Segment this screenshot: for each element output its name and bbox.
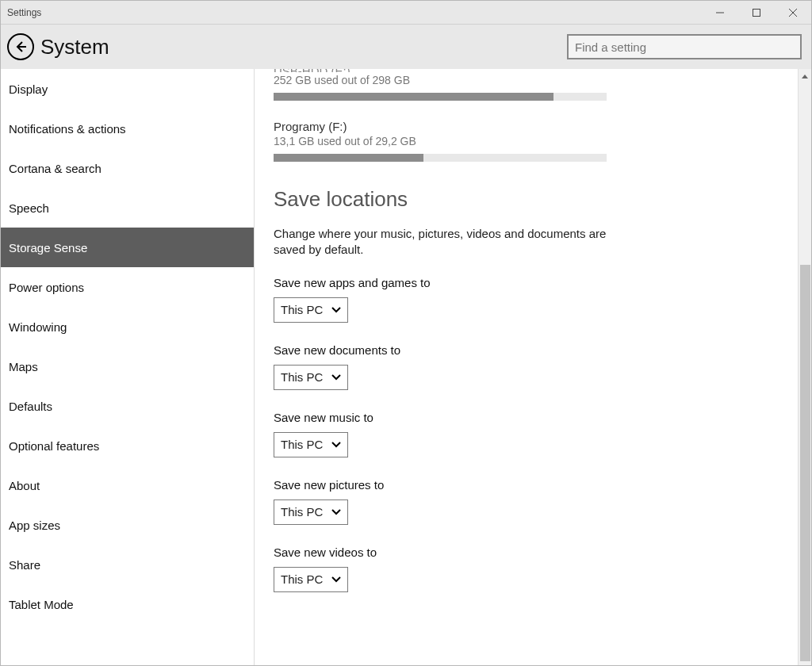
sidebar-item-speech[interactable]: Speech xyxy=(1,188,254,228)
settings-window: Settings System Display Notifications & … xyxy=(0,0,812,666)
scroll-thumb[interactable] xyxy=(800,265,810,661)
save-locations-heading: Save locations xyxy=(274,187,782,212)
chevron-down-icon xyxy=(331,374,341,381)
vertical-scrollbar[interactable] xyxy=(798,69,811,665)
save-music-select[interactable]: This PC xyxy=(274,432,348,457)
window-title: Settings xyxy=(1,7,41,18)
scroll-track[interactable] xyxy=(799,82,811,652)
sidebar-item-share[interactable]: Share xyxy=(1,545,254,584)
maximize-button[interactable] xyxy=(738,1,775,25)
sidebar-item-display[interactable]: Display xyxy=(1,69,254,109)
select-value: This PC xyxy=(281,438,323,451)
sidebar-item-label: App sizes xyxy=(9,519,60,532)
chevron-down-icon xyxy=(331,576,341,583)
sidebar-item-label: Share xyxy=(9,558,40,572)
select-value: This PC xyxy=(281,505,323,519)
save-music-block: Save new music to This PC xyxy=(274,411,782,457)
chevron-down-icon xyxy=(331,307,341,313)
sidebar-item-app-sizes[interactable]: App sizes xyxy=(1,505,254,545)
body: Display Notifications & actions Cortana … xyxy=(1,69,811,665)
save-pictures-label: Save new pictures to xyxy=(274,478,782,492)
sidebar-item-label: Power options xyxy=(9,281,84,294)
svg-rect-0 xyxy=(753,9,760,16)
scroll-up-button[interactable] xyxy=(799,69,812,82)
sidebar-item-label: Optional features xyxy=(9,439,99,453)
sidebar-item-windowing[interactable]: Windowing xyxy=(1,307,254,346)
save-music-label: Save new music to xyxy=(274,411,782,424)
title-bar: Settings xyxy=(1,1,811,25)
select-value: This PC xyxy=(281,572,323,586)
sidebar-item-label: Speech xyxy=(9,201,49,215)
drive-bar-fill xyxy=(274,154,423,162)
sidebar-item-label: About xyxy=(9,479,40,492)
save-pictures-block: Save new pictures to This PC xyxy=(274,478,782,525)
sidebar-item-defaults[interactable]: Defaults xyxy=(1,386,254,426)
close-button[interactable] xyxy=(775,1,811,25)
sidebar-item-notifications[interactable]: Notifications & actions xyxy=(1,109,254,148)
save-apps-block: Save new apps and games to This PC xyxy=(274,276,782,323)
drive-usage: 13,1 GB used out of 29,2 GB xyxy=(274,135,782,147)
sidebar-item-about[interactable]: About xyxy=(1,465,254,505)
drive-name: Programy (F:) xyxy=(274,120,782,133)
save-documents-select[interactable]: This PC xyxy=(274,365,348,390)
save-videos-select[interactable]: This PC xyxy=(274,567,348,592)
sidebar: Display Notifications & actions Cortana … xyxy=(1,69,255,665)
sidebar-item-storage-sense[interactable]: Storage Sense xyxy=(1,228,254,267)
sidebar-item-label: Display xyxy=(9,82,48,96)
save-apps-select[interactable]: This PC xyxy=(274,297,348,323)
save-documents-block: Save new documents to This PC xyxy=(274,343,782,390)
sidebar-item-label: Defaults xyxy=(9,400,52,413)
save-pictures-select[interactable]: This PC xyxy=(274,500,348,525)
storage-drive[interactable]: Programy (F:) 13,1 GB used out of 29,2 G… xyxy=(274,120,782,162)
sidebar-item-label: Tablet Mode xyxy=(9,598,74,611)
header: System xyxy=(1,25,811,69)
drive-bar xyxy=(274,93,607,101)
save-videos-label: Save new videos to xyxy=(274,545,782,559)
content: USB-HDD (E:) 252 GB used out of 298 GB P… xyxy=(255,69,798,665)
save-locations-description: Change where your music, pictures, video… xyxy=(274,226,638,258)
select-value: This PC xyxy=(281,370,323,384)
drive-bar-fill xyxy=(274,93,553,101)
save-documents-label: Save new documents to xyxy=(274,343,782,357)
search-input[interactable] xyxy=(567,34,802,59)
save-videos-block: Save new videos to This PC xyxy=(274,545,782,592)
sidebar-item-label: Windowing xyxy=(9,320,67,334)
save-apps-label: Save new apps and games to xyxy=(274,276,782,289)
sidebar-item-maps[interactable]: Maps xyxy=(1,346,254,386)
sidebar-item-label: Notifications & actions xyxy=(9,122,126,136)
page-title: System xyxy=(40,35,109,59)
storage-drive[interactable]: USB-HDD (E:) 252 GB used out of 298 GB xyxy=(274,69,782,101)
sidebar-item-label: Cortana & search xyxy=(9,162,102,175)
sidebar-item-label: Maps xyxy=(9,360,38,373)
drive-bar xyxy=(274,154,607,162)
sidebar-item-cortana[interactable]: Cortana & search xyxy=(1,148,254,188)
drive-name: USB-HDD (E:) xyxy=(274,69,782,72)
select-value: This PC xyxy=(281,303,323,316)
content-wrap: USB-HDD (E:) 252 GB used out of 298 GB P… xyxy=(255,69,811,665)
sidebar-item-tablet-mode[interactable]: Tablet Mode xyxy=(1,584,254,624)
sidebar-item-optional-features[interactable]: Optional features xyxy=(1,426,254,465)
chevron-down-icon xyxy=(331,442,341,448)
back-button[interactable] xyxy=(7,33,34,60)
sidebar-item-power[interactable]: Power options xyxy=(1,267,254,307)
sidebar-item-label: Storage Sense xyxy=(9,241,87,255)
chevron-down-icon xyxy=(331,509,341,515)
minimize-button[interactable] xyxy=(702,1,738,25)
drive-usage: 252 GB used out of 298 GB xyxy=(274,74,782,86)
